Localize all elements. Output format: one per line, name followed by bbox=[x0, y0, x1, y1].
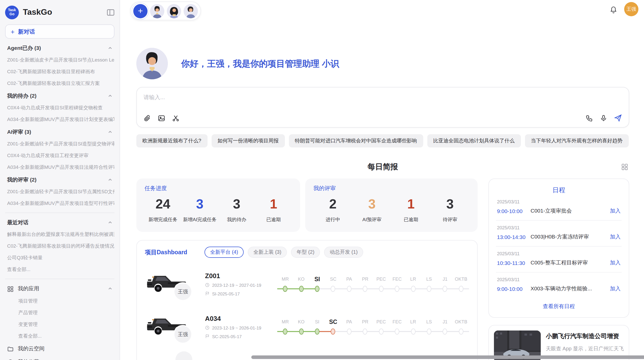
add-agent-button[interactable]: + bbox=[133, 4, 148, 18]
milestone-dot[interactable] bbox=[347, 286, 352, 292]
section-header[interactable]: AI评审 (3) bbox=[5, 126, 114, 138]
milestone-dot[interactable] bbox=[363, 328, 368, 334]
suggestion-chip[interactable]: 当下年轻人对汽车外观有怎样的喜好趋势 bbox=[525, 134, 628, 147]
milestone-dot[interactable] bbox=[299, 286, 303, 292]
project-date-range: 2023-12-19 ~ 2027-01-19 bbox=[212, 283, 261, 288]
recent-chat-item[interactable]: 解释最新出台的欧盟报废车法规再生塑料比例被调至15%... bbox=[5, 229, 114, 241]
dashboard-tab[interactable]: 年型 (2) bbox=[291, 247, 320, 258]
milestone-dot[interactable] bbox=[443, 328, 447, 334]
milestone-dot[interactable] bbox=[347, 328, 352, 334]
sidebar-task-item[interactable]: C0X4-动力总成开发项目SI里程碑提交物检查 bbox=[5, 102, 114, 114]
milestone-dot[interactable] bbox=[283, 286, 287, 292]
view-all-schedule-link[interactable]: 查看所有日程 bbox=[496, 298, 622, 311]
milestone-dot[interactable] bbox=[459, 328, 463, 334]
stat-label: 进行中 bbox=[313, 217, 353, 223]
view-all-apps-link[interactable]: 查看全部... bbox=[5, 331, 114, 342]
suggestion-chip[interactable]: 比亚迪全固态电池计划具体说了什么 bbox=[427, 134, 521, 147]
scissors-icon[interactable] bbox=[172, 114, 180, 122]
section-header[interactable]: 我的评审 (2) bbox=[5, 173, 114, 186]
favorites-star-icon bbox=[7, 359, 14, 360]
layout-grid-icon[interactable] bbox=[621, 163, 628, 172]
milestone-label: FEC bbox=[389, 275, 405, 284]
news-card[interactable]: 小鹏飞行汽车制造公司增资 天眼查 App 显示，近日广州汇天飞行汽... bbox=[488, 325, 629, 360]
microphone-icon[interactable] bbox=[600, 114, 607, 122]
chevron-up-icon[interactable] bbox=[108, 45, 112, 51]
sidebar-task-item[interactable]: Z001-全新燃油皮卡产品开发项目SI节点Lesson Learn报告 bbox=[5, 54, 114, 66]
sidebar-task-item[interactable]: Z001-全新燃油轻卡产品开发项目SI造型提交物评审 bbox=[5, 138, 114, 150]
milestone-dot[interactable] bbox=[331, 328, 335, 334]
collapse-sidebar-icon[interactable] bbox=[107, 9, 114, 16]
suggestion-chip[interactable]: 如何写一份清晰的项目周报 bbox=[211, 134, 285, 147]
milestone-dot[interactable] bbox=[443, 286, 447, 292]
my-favorites-item[interactable]: 我的收藏 bbox=[5, 355, 114, 360]
suggestion-chip[interactable]: 欧洲新规最近颁布了什么? bbox=[136, 134, 207, 147]
sidebar: Task Go TaskGo + 新对话 Agent已办 (3)Z001-全新燃… bbox=[0, 0, 120, 360]
chevron-up-icon[interactable] bbox=[108, 129, 112, 135]
app-sub-item[interactable]: 变更管理 bbox=[5, 319, 114, 331]
sidebar-task-item[interactable]: A034-全新新能源MUV产品开发项目计划变更表编写 bbox=[5, 114, 114, 126]
milestone-j1: J1 bbox=[437, 275, 453, 293]
chevron-up-icon[interactable] bbox=[108, 286, 112, 292]
sidebar-task-item[interactable]: A034-全新新能源MUV产品开发项目造型可行性评审 bbox=[5, 198, 114, 209]
agent-avatar-1[interactable] bbox=[150, 4, 164, 18]
project-flag: SI-2025-05-17 bbox=[205, 291, 276, 297]
sidebar-task-item[interactable]: A034-全新新能源MUV产品开发项目法规符合性评审 bbox=[5, 162, 114, 173]
chevron-up-icon[interactable] bbox=[108, 93, 112, 99]
attachment-icon[interactable] bbox=[143, 114, 151, 122]
sidebar-task-item[interactable]: C02-飞腾新能源轻客改款项目立项汇报方案 bbox=[5, 78, 114, 89]
milestone-dot[interactable] bbox=[427, 328, 431, 334]
app-sub-item[interactable]: 产品管理 bbox=[5, 307, 114, 319]
milestone-dot[interactable] bbox=[411, 286, 415, 292]
milestone-dot[interactable] bbox=[315, 286, 319, 292]
milestone-dot[interactable] bbox=[363, 286, 368, 292]
milestone-dot[interactable] bbox=[395, 328, 399, 334]
milestone-dot[interactable] bbox=[379, 328, 383, 334]
my-cloud-item[interactable]: 我的云空间 bbox=[5, 342, 114, 355]
milestone-ls: LS bbox=[421, 318, 437, 336]
join-link[interactable]: 加入 bbox=[610, 207, 621, 215]
section-header[interactable]: 我的待办 (2) bbox=[5, 89, 114, 102]
agent-avatar-2[interactable] bbox=[167, 4, 181, 18]
sidebar-task-item[interactable]: C0X4-动力总成开发项目工程变更评审 bbox=[5, 150, 114, 162]
milestone-dot[interactable] bbox=[427, 286, 431, 292]
dashboard-tab[interactable]: 全新平台 (4) bbox=[204, 247, 244, 258]
milestone-si: SI bbox=[309, 318, 325, 336]
sidebar-task-item[interactable]: Z001-全新燃油轻卡产品开发项目SI节点属性5D文件评审 bbox=[5, 186, 114, 198]
app-sub-item[interactable]: 项目管理 bbox=[5, 295, 114, 307]
join-link[interactable]: 加入 bbox=[610, 233, 621, 241]
sidebar-task-item[interactable]: C02-飞腾新能源轻客改款项目里程碑画布 bbox=[5, 66, 114, 78]
project-flag-label: SI-2025-05-17 bbox=[212, 291, 240, 296]
phone-icon[interactable] bbox=[586, 114, 593, 122]
milestone-dot[interactable] bbox=[299, 328, 303, 334]
my-apps-header[interactable]: 我的应用 bbox=[5, 282, 114, 295]
agent-avatar-3[interactable] bbox=[184, 4, 198, 18]
chevron-up-icon[interactable] bbox=[108, 220, 112, 226]
suggestion-chips: 欧洲新规最近颁布了什么?如何写一份清晰的项目周报特朗普可能对进口汽车增税会对中国… bbox=[136, 134, 629, 147]
milestone-dot[interactable] bbox=[395, 286, 399, 292]
send-icon[interactable] bbox=[614, 114, 622, 122]
milestone-dot[interactable] bbox=[315, 328, 319, 334]
section-header[interactable]: Agent已办 (3) bbox=[5, 42, 114, 54]
join-link[interactable]: 加入 bbox=[610, 285, 621, 292]
recent-chat-item[interactable]: 公司Q3轻卡销量 bbox=[5, 252, 114, 264]
new-chat-button[interactable]: + 新对话 bbox=[5, 24, 114, 39]
chat-input-card[interactable]: 请输入... bbox=[136, 87, 629, 128]
recent-chats-header[interactable]: 最近对话 bbox=[5, 216, 114, 229]
horizontal-scrollbar[interactable] bbox=[251, 355, 644, 359]
schedule-date: 2025/03/11 bbox=[497, 225, 621, 230]
milestone-dot[interactable] bbox=[411, 328, 415, 334]
view-all-chats-link[interactable]: 查看全部... bbox=[5, 264, 114, 276]
flag-icon bbox=[205, 291, 210, 297]
milestone-fec: FEC bbox=[389, 275, 405, 293]
milestone-dot[interactable] bbox=[459, 286, 463, 292]
chevron-up-icon[interactable] bbox=[108, 177, 112, 183]
milestone-dot[interactable] bbox=[283, 328, 287, 334]
dashboard-tab[interactable]: 动总开发 (1) bbox=[324, 247, 363, 258]
dashboard-tab[interactable]: 全新上装 (3) bbox=[248, 247, 287, 258]
join-link[interactable]: 加入 bbox=[610, 259, 621, 266]
suggestion-chip[interactable]: 特朗普可能对进口汽车增税会对中国车企造成哪些影响 bbox=[289, 134, 423, 147]
image-icon[interactable] bbox=[158, 114, 165, 122]
milestone-dot[interactable] bbox=[331, 286, 335, 292]
recent-chat-item[interactable]: C02-飞腾新能源轻客改款项目的闭环通告反馈情况 bbox=[5, 241, 114, 252]
milestone-dot[interactable] bbox=[379, 286, 383, 292]
